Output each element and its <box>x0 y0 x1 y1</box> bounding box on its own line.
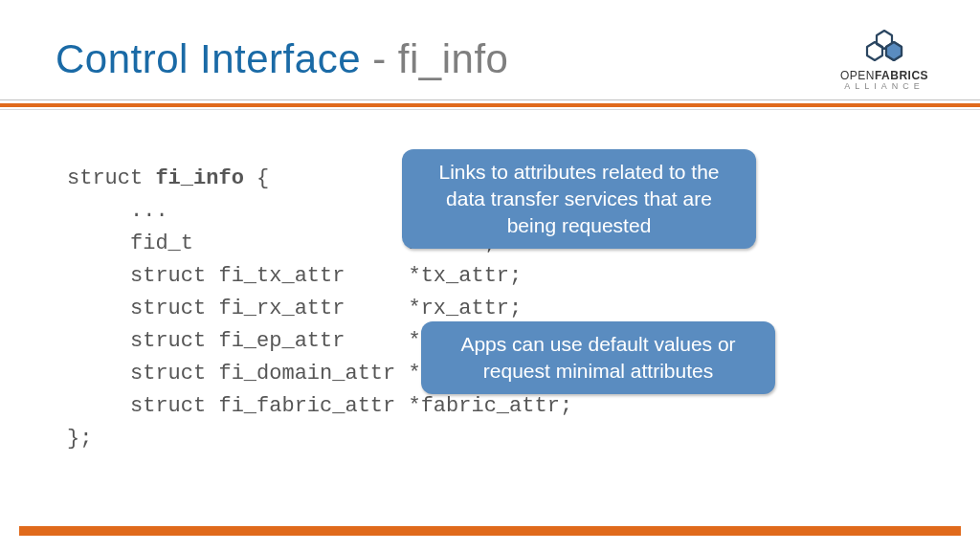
title-main: Control Interface <box>56 36 361 81</box>
code-line: }; <box>67 427 92 451</box>
code-line: struct fi_fabric_attr *fabric_attr; <box>67 394 572 418</box>
callout-defaults: Apps can use default values or request m… <box>421 321 775 394</box>
logo-text-line2: ALLIANCE <box>827 81 942 91</box>
code-line: struct fi_tx_attr *tx_attr; <box>67 264 522 288</box>
code-line: struct fi_rx_attr *rx_attr; <box>67 297 522 320</box>
slide: Control Interface - fi_info OPENFABRICS … <box>0 0 980 551</box>
hex-cluster-icon <box>858 29 911 67</box>
openfabrics-logo: OPENFABRICS ALLIANCE <box>827 29 942 91</box>
slide-title: Control Interface - fi_info <box>56 36 508 82</box>
callout-attributes: Links to attributes related to the data … <box>402 149 756 249</box>
title-separator: - <box>361 36 398 81</box>
title-sub: fi_info <box>398 36 509 81</box>
svg-marker-1 <box>867 42 882 60</box>
header-divider <box>0 99 980 109</box>
footer-bar <box>19 526 961 536</box>
svg-marker-3 <box>886 42 902 60</box>
code-line: ... <box>67 199 168 223</box>
logo-text-line1: OPENFABRICS <box>827 69 942 82</box>
